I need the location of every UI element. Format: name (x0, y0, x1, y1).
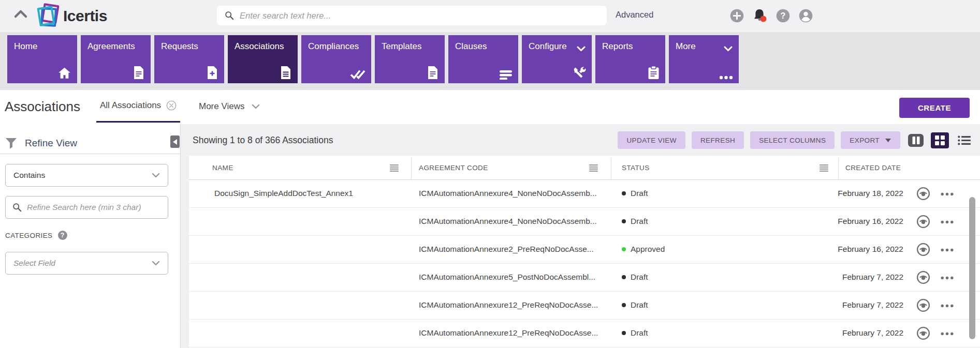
search-icon (225, 11, 234, 20)
document-add-icon (206, 66, 218, 80)
table-row[interactable]: ICMAutomationAnnexure12_PreReqNoDocAsse.… (189, 292, 980, 320)
chevron-down-icon (252, 104, 260, 109)
cell-created-date: February 16, 2022 (838, 217, 903, 226)
row-actions-ellipsis-icon[interactable] (941, 276, 954, 280)
status-label: Draft (631, 217, 648, 226)
cell-agreement-code: ICMAutomationAnnexure2_PreReqNoDocAsse..… (419, 245, 594, 254)
table-row[interactable]: ICMAutomationAnnexure5_PostNoDocAssembl.… (189, 264, 980, 292)
status-dot (622, 275, 626, 279)
nav-tile-reports[interactable]: Reports (595, 35, 665, 83)
associations-table: NAMEAGREEMENT CODESTATUSCREATED DATE Doc… (189, 156, 980, 348)
column-header-created-date: CREATED DATE (845, 164, 901, 172)
status-dot (622, 191, 626, 195)
user-profile-icon[interactable] (799, 9, 813, 23)
chevron-down-icon (152, 173, 160, 178)
column-menu-icon[interactable] (820, 164, 828, 172)
cell-agreement-code: ICMAutomationAnnexure4_NoneNoDocAssemb..… (419, 217, 597, 226)
ellipsis-icon (719, 75, 733, 80)
global-search-input[interactable] (240, 11, 599, 21)
preview-eye-icon[interactable] (916, 243, 930, 256)
column-divider (611, 158, 611, 180)
svg-text:?: ? (781, 11, 786, 20)
active-view-tab[interactable]: All Associations (96, 90, 180, 123)
nav-tile-compliances[interactable]: Compliances (301, 35, 371, 83)
export-button[interactable]: EXPORT (841, 131, 900, 149)
refresh-button[interactable]: REFRESH (692, 131, 744, 149)
row-actions-ellipsis-icon[interactable] (941, 248, 954, 252)
clear-view-icon[interactable] (166, 100, 177, 111)
refine-view-panel: Refine View Contains CATEGORIES ? Select… (0, 124, 181, 348)
help-icon[interactable]: ? (776, 9, 790, 23)
column-menu-icon[interactable] (390, 164, 399, 172)
nav-tile-label: Requests (161, 41, 198, 52)
cell-status: Draft (622, 273, 648, 282)
table-row[interactable]: ICMAutomationAnnexure2_PreReqNoDocAsse..… (189, 236, 980, 264)
nav-tile-clauses[interactable]: Clauses (448, 35, 518, 83)
nav-tile-more[interactable]: More (669, 35, 739, 83)
row-actions-ellipsis-icon[interactable] (941, 332, 954, 336)
advanced-search-link[interactable]: Advanced (616, 10, 653, 20)
categories-help-icon[interactable]: ? (58, 231, 67, 240)
nav-tile-label: Clauses (455, 41, 487, 52)
nav-tile-configure[interactable]: Configure (522, 35, 592, 83)
grid-view-toggle[interactable] (931, 132, 949, 148)
topbar-icon-cluster: ? (730, 8, 813, 23)
preview-eye-icon[interactable] (916, 326, 930, 340)
active-view-label: All Associations (100, 100, 161, 111)
top-bar: Icertis Advanced ? (0, 0, 980, 32)
nav-tile-label: Configure (529, 41, 567, 52)
preview-eye-icon[interactable] (916, 187, 930, 201)
nav-tile-home[interactable]: Home (7, 35, 77, 83)
column-divider (838, 158, 839, 180)
more-views-dropdown[interactable]: More Views (199, 101, 260, 112)
row-actions-ellipsis-icon[interactable] (941, 220, 954, 224)
row-actions-ellipsis-icon[interactable] (941, 192, 954, 196)
column-header-status: STATUS (622, 164, 650, 172)
document-icon (427, 66, 439, 80)
column-menu-icon[interactable] (589, 164, 598, 172)
nav-tile-templates[interactable]: Templates (375, 35, 445, 83)
table-row[interactable]: ICMAutomationAnnexure12_PreReqNoDocAsse.… (189, 320, 980, 347)
collapse-panel-button[interactable] (170, 135, 180, 148)
tools-icon (572, 66, 586, 80)
status-label: Draft (631, 300, 648, 310)
preview-eye-icon[interactable] (916, 298, 930, 312)
content-area: Refine View Contains CATEGORIES ? Select… (0, 124, 980, 348)
preview-eye-icon[interactable] (916, 215, 930, 229)
status-dot (622, 247, 626, 251)
select-columns-button[interactable]: SELECT COLUMNS (750, 131, 835, 149)
cell-status: Draft (622, 300, 648, 310)
refine-search-input[interactable] (27, 203, 161, 212)
nav-tile-label: More (676, 41, 696, 52)
category-field-dropdown[interactable]: Select Field (5, 252, 168, 275)
sidebar-divider (0, 154, 180, 154)
list-view-toggle[interactable] (955, 132, 973, 148)
icertis-logo-icon (36, 3, 62, 29)
document-icon (133, 66, 145, 80)
collapse-header-icon[interactable] (13, 9, 28, 21)
nav-tile-requests[interactable]: Requests (154, 35, 224, 83)
row-actions-ellipsis-icon[interactable] (941, 304, 954, 308)
nav-tile-associations[interactable]: Associations (228, 35, 298, 83)
operator-dropdown[interactable]: Contains (5, 164, 168, 187)
column-divider (411, 158, 412, 180)
preview-eye-icon[interactable] (916, 270, 930, 284)
chevron-down-icon (152, 261, 160, 266)
nav-tile-label: Reports (602, 41, 633, 52)
table-row[interactable]: DocuSign_SimpleAddDocTest_Annex1 ICMAuto… (189, 180, 980, 208)
vertical-scrollbar[interactable] (969, 197, 975, 339)
columns-view-toggle[interactable] (906, 132, 925, 148)
global-search-box (217, 6, 607, 25)
notifications-bell-icon[interactable] (753, 8, 767, 23)
page-title: Associations (5, 99, 80, 115)
clipboard-icon (648, 66, 660, 80)
table-row[interactable]: ICMAutomationAnnexure4_NoneNoDocAssemb..… (189, 208, 980, 236)
cell-status: Draft (622, 328, 648, 338)
add-icon[interactable] (730, 9, 744, 23)
create-button[interactable]: CREATE (899, 98, 970, 118)
update-view-button[interactable]: UPDATE VIEW (618, 131, 685, 149)
categories-label: CATEGORIES (5, 232, 53, 239)
export-label: EXPORT (850, 137, 880, 144)
cell-created-date: February 7, 2022 (842, 273, 903, 282)
nav-tile-agreements[interactable]: Agreements (81, 35, 151, 83)
